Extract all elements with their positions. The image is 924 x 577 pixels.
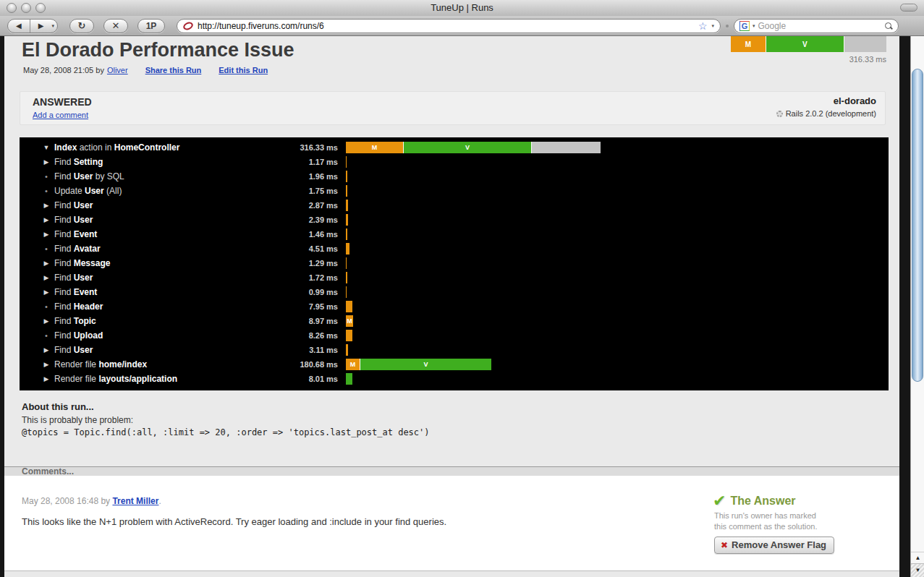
total-time-bar: MV (731, 36, 886, 52)
total-time-label: 316.33 ms (731, 55, 886, 64)
window-titlebar: TuneUp | Runs (0, 0, 924, 16)
scroll-up-arrow-icon[interactable]: ▲ (911, 552, 924, 563)
toolbar-toggle-pill[interactable] (900, 4, 917, 12)
add-comment-link[interactable]: Add a comment (33, 111, 88, 119)
model-time-segment (346, 272, 347, 283)
other-time-segment (844, 36, 886, 52)
view-time-segment (346, 373, 352, 385)
edit-run-link[interactable]: Edit this Run (219, 66, 268, 74)
timeline-row[interactable]: ▼Index action in HomeController316.33 ms… (20, 140, 889, 155)
url-field[interactable]: http://tuneup.fiveruns.com/runs/6 ☆ ▾ (177, 19, 721, 33)
model-time-segment (346, 243, 349, 255)
comment-body: This looks like the N+1 problem with Act… (22, 516, 446, 527)
timeline-row-ms: 1.17 ms (20, 155, 338, 169)
model-time-segment: M (731, 36, 766, 52)
model-time-segment (346, 257, 347, 269)
comment-meta: May 28, 2008 16:48 by Trent Miller. (22, 496, 161, 506)
timeline-row-ms: 0.99 ms (20, 285, 338, 299)
model-time-segment (346, 286, 347, 298)
timeline-row-bar (346, 373, 352, 385)
timeline-row-bar (346, 228, 347, 240)
timeline-row-bar (346, 330, 352, 341)
timeline-row[interactable]: ▶Find User2.87 ms (20, 198, 889, 213)
about-code: @topics = Topic.find(:all, :limit => 20,… (22, 427, 430, 437)
answered-status: ANSWERED (33, 96, 92, 108)
answer-note-line2: this comment as the solution. (714, 521, 868, 532)
page-content: El Dorado Performance Issue May 28, 2008… (4, 36, 899, 577)
commenter-link[interactable]: Trent Miller (112, 496, 158, 506)
bookmark-dropdown-arrow[interactable]: ▾ (711, 23, 714, 29)
timeline-row[interactable]: ▶Render file layouts/application8.01 ms (20, 372, 889, 386)
timeline-row-bar: MV (346, 359, 491, 370)
about-line: This is probably the problem: (22, 415, 133, 425)
timeline-row-ms: 1.46 ms (20, 227, 338, 242)
search-engine-dropdown-arrow[interactable]: ▾ (753, 23, 755, 29)
view-time-segment: V (360, 359, 491, 370)
site-favicon-icon (182, 20, 195, 31)
forward-button[interactable]: ▶ (30, 20, 52, 33)
scroll-down-arrow-icon[interactable]: ▼ (911, 563, 924, 577)
model-time-segment (346, 330, 352, 341)
timeline-row: •Find Header7.95 ms (20, 299, 889, 314)
answer-box: ✔ The Answer This run's owner has marked… (713, 492, 868, 554)
timeline-row-bar (346, 185, 347, 197)
answer-title: The Answer (730, 495, 795, 508)
vertical-scrollbar[interactable]: ▲ ▼ (910, 36, 924, 577)
model-time-segment (346, 171, 347, 182)
bookmark-star-icon[interactable]: ☆ (698, 20, 708, 32)
share-run-link[interactable]: Share this Run (145, 66, 202, 74)
timeline-row[interactable]: ▶Find User2.39 ms (20, 213, 889, 227)
model-time-segment (346, 156, 347, 168)
timeline-row[interactable]: ▶Find Event1.46 ms (20, 227, 889, 242)
timeline-row-bar (346, 171, 347, 182)
scrollbar-arrows: ▲ ▼ (911, 551, 924, 577)
model-time-segment: M (346, 359, 360, 370)
run-status-panel: ANSWERED Add a comment el-dorado Rails 2… (20, 91, 886, 125)
model-time-segment (346, 200, 348, 211)
url-text[interactable]: http://tuneup.fiveruns.com/runs/6 (198, 21, 694, 31)
model-time-segment: M (346, 315, 353, 327)
timeline-row-bar (346, 301, 352, 312)
model-time-segment (346, 228, 347, 240)
timeline-row[interactable]: ▶Find User3.11 ms (20, 343, 889, 357)
search-placeholder[interactable]: Google (758, 21, 881, 31)
run-date: May 28, 2008 21:05 by (23, 66, 104, 74)
timeline-row-ms: 8.26 ms (20, 328, 338, 343)
timeline-row-ms: 3.11 ms (20, 343, 338, 357)
comments-header: Comments... (4, 466, 899, 476)
timeline-row-ms: 2.39 ms (20, 213, 338, 227)
timeline-row-bar (346, 214, 348, 226)
timeline-row-ms: 1.29 ms (20, 256, 338, 270)
history-dropdown-arrow[interactable]: ▾ (52, 23, 58, 29)
back-button[interactable]: ◀ (8, 20, 30, 33)
onepassword-button[interactable]: 1P (137, 19, 165, 33)
remove-answer-flag-button[interactable]: ✖ Remove Answer Flag (714, 537, 834, 554)
model-time-segment: M (346, 142, 404, 153)
timeline-row-bar (346, 286, 347, 298)
comments-section: May 28, 2008 16:48 by Trent Miller. This… (4, 476, 899, 570)
window-title: TuneUp | Runs (0, 0, 924, 16)
timeline-row[interactable]: ▶Find Message1.29 ms (20, 256, 889, 270)
run-meta: May 28, 2008 21:05 by Oliver Share this … (23, 66, 268, 74)
timeline-row[interactable]: ▶Find Topic8.97 msM (20, 314, 889, 328)
author-link[interactable]: Oliver (107, 66, 128, 74)
search-field[interactable]: G ▾ Google (734, 19, 899, 33)
google-logo-icon: G (739, 21, 750, 31)
stop-button[interactable]: ✕ (103, 19, 128, 33)
page-footer-divider (4, 570, 899, 577)
timeline-row-bar (346, 156, 347, 168)
magnifier-icon[interactable] (884, 22, 893, 30)
browser-toolbar: ◀ ▶ ▾ ↻ ✕ 1P http://tuneup.fiveruns.com/… (0, 16, 924, 36)
remove-x-icon: ✖ (721, 540, 728, 550)
app-name: el-dorado (834, 95, 876, 106)
timeline-row[interactable]: ▶Find User1.72 ms (20, 270, 889, 285)
timeline-row-bar (346, 272, 347, 283)
timeline-row[interactable]: ▶Render file home/index180.68 msMV (20, 357, 889, 372)
back-forward-group: ◀ ▶ ▾ (7, 19, 58, 33)
timeline-row[interactable]: ▶Find Event0.99 ms (20, 285, 889, 299)
reload-button[interactable]: ↻ (69, 19, 94, 33)
model-time-segment (346, 344, 348, 356)
page-title: El Dorado Performance Issue (22, 39, 294, 61)
timeline-row[interactable]: ▶Find Setting1.17 ms (20, 155, 889, 169)
scrollbar-thumb[interactable] (912, 69, 923, 382)
